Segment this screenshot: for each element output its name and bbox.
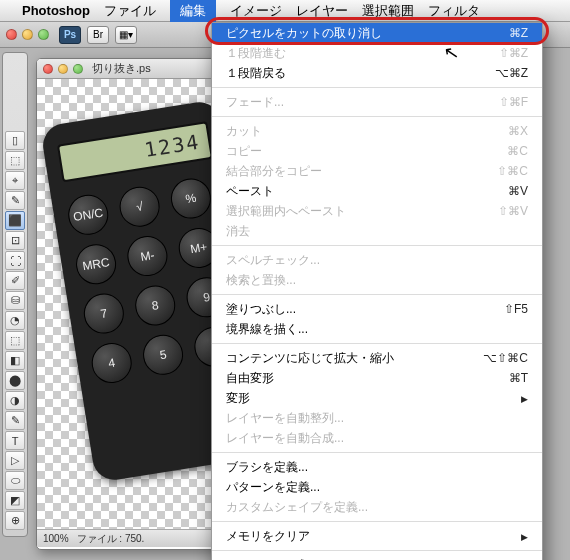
zoom-icon[interactable] [73, 64, 83, 74]
menu-item-label: パターンを定義... [226, 479, 320, 496]
menu-item[interactable]: ブラシを定義... [212, 457, 542, 477]
menubar-layer[interactable]: レイヤー [296, 2, 348, 20]
menu-item[interactable]: 塗りつぶし...⇧F5 [212, 299, 542, 319]
menu-item[interactable]: １段階戻る⌥⌘Z [212, 63, 542, 83]
menu-item-label: Adobe PDF プリセット... [226, 557, 361, 561]
menu-item: １段階進む⇧⌘Z [212, 43, 542, 63]
menu-item-label: コンテンツに応じて拡大・縮小 [226, 350, 394, 367]
menubar-filter[interactable]: フィルタ [428, 2, 480, 20]
canvas[interactable]: 1234 ON/C√% MRCM-M+ 789 456 [37, 79, 225, 529]
menu-shortcut: ⌘C [507, 144, 528, 158]
bridge-icon[interactable]: Br [87, 26, 109, 44]
tool[interactable]: ⛶ [5, 251, 25, 270]
calc-key: 4 [89, 340, 135, 386]
menu-item: レイヤーを自動整列... [212, 408, 542, 428]
menu-item: 検索と置換... [212, 270, 542, 290]
menu-item-label: コピー [226, 143, 262, 160]
tool[interactable]: ✎ [5, 191, 25, 210]
calculator-graphic: 1234 ON/C√% MRCM-M+ 789 456 [40, 99, 226, 483]
menu-item: コピー⌘C [212, 141, 542, 161]
tool[interactable]: ✎ [5, 411, 25, 430]
tool[interactable]: ✐ [5, 271, 25, 290]
menu-item[interactable]: 境界線を描く... [212, 319, 542, 339]
menu-item-label: 自由変形 [226, 370, 274, 387]
menu-item-label: 選択範囲内へペースト [226, 203, 346, 220]
tool-crop[interactable]: ⊡ [5, 231, 25, 250]
close-icon[interactable] [6, 29, 17, 40]
menu-item-label: ピクセルをカットの取り消し [226, 25, 382, 42]
menu-item-label: 結合部分をコピー [226, 163, 322, 180]
document-status: 100% ファイル : 750. [37, 529, 225, 547]
menu-item-label: 変形 [226, 390, 250, 407]
tool-lasso[interactable]: ⌖ [5, 171, 25, 190]
menu-item-label: フェード... [226, 94, 284, 111]
tool[interactable]: ◔ [5, 311, 25, 330]
tool-palette: ▯ ⬚ ⌖ ✎ ⬛ ⊡ ⛶ ✐ ⛁ ◔ ⬚ ◧ ⬤ ◑ ✎ T ▷ ⬭ ◩ ⊕ [2, 52, 28, 537]
tool[interactable]: ◑ [5, 391, 25, 410]
menubar-app[interactable]: Photoshop [22, 3, 90, 18]
menu-item-label: スペルチェック... [226, 252, 320, 269]
screen-mode-icon[interactable]: ▦▾ [115, 26, 137, 44]
menu-shortcut: ⇧⌘V [498, 204, 528, 218]
menubar-file[interactable]: ファイル [104, 2, 156, 20]
tool[interactable]: ◧ [5, 351, 25, 370]
document-titlebar[interactable]: 切り抜き.ps [37, 59, 225, 79]
zoom-icon[interactable] [38, 29, 49, 40]
menu-item[interactable]: Adobe PDF プリセット... [212, 555, 542, 560]
tool[interactable]: ◩ [5, 491, 25, 510]
tool[interactable]: ⊕ [5, 511, 25, 530]
tool-move[interactable]: ▯ [5, 131, 25, 150]
menu-item: 結合部分をコピー⇧⌘C [212, 161, 542, 181]
ps-icon[interactable]: Ps [59, 26, 81, 44]
menu-item-label: レイヤーを自動整列... [226, 410, 344, 427]
tool-marquee[interactable]: ⬚ [5, 151, 25, 170]
menu-item-label: カスタムシェイプを定義... [226, 499, 368, 516]
menu-item: 消去 [212, 221, 542, 241]
menu-item: カット⌘X [212, 121, 542, 141]
menu-item: レイヤーを自動合成... [212, 428, 542, 448]
mac-menubar: Photoshop ファイル 編集 イメージ レイヤー 選択範囲 フィルタ [0, 0, 570, 22]
menubar-image[interactable]: イメージ [230, 2, 282, 20]
calc-key: 7 [81, 291, 127, 337]
tool-wand[interactable]: ⬛ [5, 211, 25, 230]
minimize-icon[interactable] [58, 64, 68, 74]
tool[interactable]: ⛁ [5, 291, 25, 310]
menu-shortcut: ⇧⌘F [499, 95, 528, 109]
close-icon[interactable] [43, 64, 53, 74]
calc-key: % [168, 176, 214, 222]
menu-item[interactable]: 変形 [212, 388, 542, 408]
menu-item[interactable]: メモリをクリア [212, 526, 542, 546]
menubar-select[interactable]: 選択範囲 [362, 2, 414, 20]
menu-shortcut: ⌥⌘Z [495, 66, 528, 80]
minimize-icon[interactable] [22, 29, 33, 40]
menu-shortcut: ⇧⌘C [497, 164, 528, 178]
tool-type[interactable]: T [5, 431, 25, 450]
menubar-edit[interactable]: 編集 [170, 0, 216, 22]
menu-item[interactable]: ペースト⌘V [212, 181, 542, 201]
menu-item-label: 境界線を描く... [226, 321, 308, 338]
menu-shortcut: ⌘V [508, 184, 528, 198]
submenu-arrow-icon [515, 529, 528, 543]
menu-item: スペルチェック... [212, 250, 542, 270]
menu-shortcut: ⌘Z [509, 26, 528, 40]
calc-display: 1234 [57, 121, 213, 182]
menu-item[interactable]: ピクセルをカットの取り消し⌘Z [212, 23, 542, 43]
menu-item[interactable]: パターンを定義... [212, 477, 542, 497]
document-title: 切り抜き.ps [92, 61, 151, 76]
tool[interactable]: ⬭ [5, 471, 25, 490]
calc-key: 8 [132, 283, 178, 329]
menu-item: カスタムシェイプを定義... [212, 497, 542, 517]
menu-item-label: １段階戻る [226, 65, 286, 82]
menu-item[interactable]: コンテンツに応じて拡大・縮小⌥⇧⌘C [212, 348, 542, 368]
menu-item-label: １段階進む [226, 45, 286, 62]
menu-item-label: ブラシを定義... [226, 459, 308, 476]
menu-item-label: ペースト [226, 183, 274, 200]
tool[interactable]: ⬚ [5, 331, 25, 350]
menu-item-label: 塗りつぶし... [226, 301, 296, 318]
menu-shortcut: ⌥⇧⌘C [483, 351, 528, 365]
tool[interactable]: ▷ [5, 451, 25, 470]
menu-item[interactable]: 自由変形⌘T [212, 368, 542, 388]
calc-key: ON/C [65, 192, 111, 238]
zoom-level[interactable]: 100% [43, 533, 69, 544]
tool[interactable]: ⬤ [5, 371, 25, 390]
